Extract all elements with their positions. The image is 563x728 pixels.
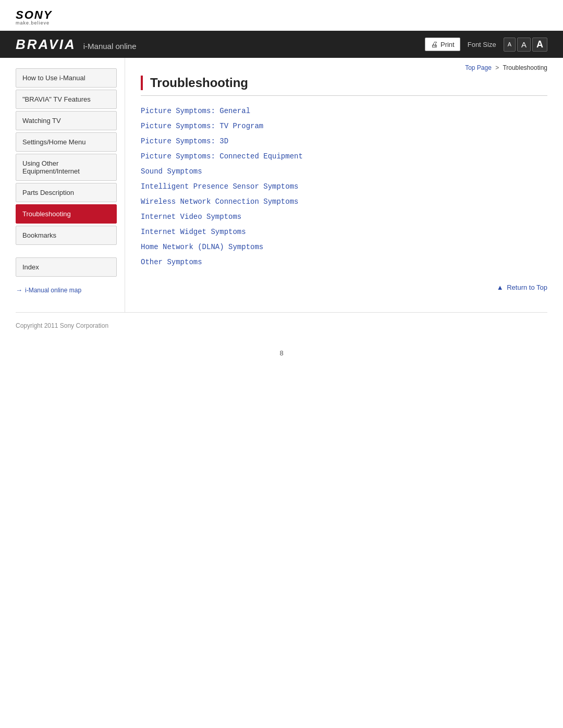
footer: Copyright 2011 Sony Corporation: [0, 313, 563, 339]
list-item: Internet Widget Symptoms: [141, 227, 547, 236]
imanual-title: i-Manual online: [83, 42, 137, 51]
imanual-map-label: i-Manual online map: [25, 287, 81, 294]
list-item: Wireless Network Connection Symptoms: [141, 197, 547, 206]
font-large-button[interactable]: A: [532, 38, 547, 52]
return-to-top-area: ▲ Return to Top: [141, 273, 547, 297]
link-picture-3d[interactable]: Picture Symptoms: 3D: [141, 137, 228, 145]
list-item: Other Symptoms: [141, 257, 547, 266]
link-intelligent-presence[interactable]: Intelligent Presence Sensor Symptoms: [141, 182, 298, 191]
link-internet-video[interactable]: Internet Video Symptoms: [141, 213, 241, 221]
arrow-right-icon: →: [16, 286, 22, 294]
logo-area: SONY make.believe: [0, 0, 563, 31]
sidebar-item-bookmarks[interactable]: Bookmarks: [16, 226, 117, 245]
breadcrumb: Top Page > Troubleshooting: [141, 58, 547, 76]
list-item: Sound Symptoms: [141, 167, 547, 176]
link-other-symptoms[interactable]: Other Symptoms: [141, 258, 202, 266]
sidebar-divider: [16, 247, 117, 253]
top-bar-right: 🖨 Print Font Size A A A: [425, 38, 547, 52]
imanual-map-link[interactable]: → i-Manual online map: [16, 286, 117, 294]
link-home-network[interactable]: Home Network (DLNA) Symptoms: [141, 243, 263, 251]
breadcrumb-current: Troubleshooting: [503, 64, 547, 71]
bravia-brand: BRAVIA: [16, 36, 76, 53]
list-item: Picture Symptoms: TV Program: [141, 121, 547, 130]
content-links: Picture Symptoms: General Picture Sympto…: [141, 106, 547, 266]
sidebar-item-watching-tv[interactable]: Watching TV: [16, 111, 117, 130]
triangle-up-icon: ▲: [497, 283, 504, 291]
list-item: Intelligent Presence Sensor Symptoms: [141, 182, 547, 191]
font-size-controls: A A A: [504, 38, 547, 52]
sony-tagline: make.believe: [16, 21, 547, 26]
copyright-text: Copyright 2011 Sony Corporation: [16, 322, 108, 329]
link-picture-general[interactable]: Picture Symptoms: General: [141, 107, 250, 115]
list-item: Internet Video Symptoms: [141, 212, 547, 221]
print-label: Print: [440, 41, 455, 48]
return-to-top-link[interactable]: ▲ Return to Top: [497, 283, 547, 291]
return-to-top-label: Return to Top: [507, 283, 547, 291]
list-item: Picture Symptoms: General: [141, 106, 547, 115]
link-sound-symptoms[interactable]: Sound Symptoms: [141, 167, 202, 176]
sidebar-item-parts-description[interactable]: Parts Description: [16, 183, 117, 202]
list-item: Picture Symptoms: Connected Equipment: [141, 152, 547, 161]
link-internet-widget[interactable]: Internet Widget Symptoms: [141, 228, 246, 236]
font-size-label: Font Size: [468, 41, 496, 48]
breadcrumb-separator: >: [495, 64, 499, 71]
page-title: Troubleshooting: [150, 76, 547, 90]
sidebar-nav: How to Use i-Manual "BRAVIA" TV Features…: [16, 68, 117, 245]
link-picture-tv-program[interactable]: Picture Symptoms: TV Program: [141, 122, 263, 130]
breadcrumb-top-page[interactable]: Top Page: [465, 64, 492, 71]
title-divider: [141, 95, 547, 96]
content-area: Top Page > Troubleshooting Troubleshooti…: [125, 58, 563, 312]
link-wireless-network[interactable]: Wireless Network Connection Symptoms: [141, 198, 298, 206]
print-icon: 🖨: [431, 40, 438, 48]
font-small-button[interactable]: A: [504, 38, 516, 52]
sony-logo: SONY make.believe: [16, 9, 547, 26]
font-medium-button[interactable]: A: [517, 38, 531, 52]
sidebar-item-bravia-features[interactable]: "BRAVIA" TV Features: [16, 90, 117, 109]
sidebar-item-troubleshooting[interactable]: Troubleshooting: [16, 204, 117, 224]
list-item: Picture Symptoms: 3D: [141, 137, 547, 145]
top-bar: BRAVIA i-Manual online 🖨 Print Font Size…: [0, 31, 563, 58]
page-number: 8: [0, 339, 563, 367]
print-button[interactable]: 🖨 Print: [425, 38, 460, 51]
link-picture-connected[interactable]: Picture Symptoms: Connected Equipment: [141, 152, 303, 161]
bravia-logo: BRAVIA i-Manual online: [16, 36, 136, 53]
main-layout: How to Use i-Manual "BRAVIA" TV Features…: [0, 58, 563, 312]
sidebar: How to Use i-Manual "BRAVIA" TV Features…: [0, 58, 125, 312]
sony-text: SONY: [16, 9, 547, 21]
sidebar-item-using-other[interactable]: Using Other Equipment/Internet: [16, 154, 117, 181]
page-title-area: Troubleshooting: [141, 76, 547, 90]
sidebar-item-how-to-use[interactable]: How to Use i-Manual: [16, 68, 117, 88]
list-item: Home Network (DLNA) Symptoms: [141, 242, 547, 251]
sidebar-item-index[interactable]: Index: [16, 257, 117, 277]
sidebar-item-settings-home[interactable]: Settings/Home Menu: [16, 132, 117, 152]
